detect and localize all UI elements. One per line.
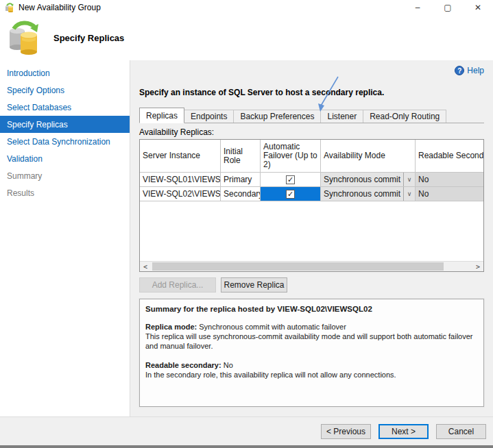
cancel-button[interactable]: Cancel xyxy=(436,424,486,439)
window-controls: – ▢ ✕ xyxy=(402,0,493,15)
replica-row-1: VIEW-SQL01\VIEWSQ... Primary ✓ Synchrono… xyxy=(140,173,483,187)
sidebar-item-results: Results xyxy=(0,184,130,201)
cell-server-instance[interactable]: VIEW-SQL01\VIEWSQ... xyxy=(140,173,221,186)
sidebar-item-select-databases[interactable]: Select Databases xyxy=(0,99,130,116)
replica-mode-label: Replica mode: xyxy=(145,323,197,331)
availability-mode-dropdown[interactable]: Synchronous commit ∨ xyxy=(321,173,415,186)
close-icon: ✕ xyxy=(474,3,481,12)
next-button[interactable]: Next > xyxy=(378,424,429,439)
replica-row-2: VIEW-SQL02\VIEWSQ... Secondary ✓ Synchro… xyxy=(140,187,483,201)
readable-secondary-description: In the secondary role, this availability… xyxy=(145,371,396,379)
replica-mode-summary: Replica mode: Synchronous commit with au… xyxy=(145,322,478,351)
cell-automatic-failover-selected[interactable]: ✓ xyxy=(261,187,321,201)
availability-replicas-grid: Server Instance Initial Role Automatic F… xyxy=(139,139,484,272)
tab-replicas[interactable]: Replicas xyxy=(139,108,184,123)
readable-secondary-label: Readable secondary: xyxy=(145,361,221,369)
annotation-arrow xyxy=(292,72,347,116)
column-header-availability-mode: Availability Mode xyxy=(321,140,416,172)
replica-mode-description: This replica will use synchronous-commit… xyxy=(145,332,473,350)
readable-secondary-value: No xyxy=(221,361,233,369)
scroll-right-icon[interactable]: > xyxy=(472,262,483,271)
cell-initial-role[interactable]: Primary xyxy=(221,173,261,186)
cell-automatic-failover[interactable]: ✓ xyxy=(261,173,321,186)
chevron-down-icon[interactable]: ∨ xyxy=(403,173,415,186)
cell-readable-secondary: No xyxy=(416,173,483,186)
replica-summary-panel: Summary for the replica hosted by VIEW-S… xyxy=(139,299,484,407)
wizard-footer: < Previous Next > Cancel xyxy=(0,416,493,445)
check-icon: ✓ xyxy=(287,176,293,184)
sidebar-item-select-data-synchronization[interactable]: Select Data Synchronization xyxy=(0,133,130,150)
readable-secondary-summary: Readable secondary: No In the secondary … xyxy=(145,360,478,379)
availability-group-icon xyxy=(5,3,14,12)
summary-title: Summary for the replica hosted by VIEW-S… xyxy=(145,304,478,314)
chevron-down-icon[interactable]: ∨ xyxy=(403,187,415,201)
cell-readable-secondary: No xyxy=(416,187,483,201)
scrollbar-track[interactable] xyxy=(151,262,472,271)
grid-header-row: Server Instance Initial Role Automatic F… xyxy=(140,140,483,173)
maximize-button[interactable]: ▢ xyxy=(433,0,463,15)
scroll-left-icon[interactable]: < xyxy=(140,262,151,271)
column-header-server-instance: Server Instance xyxy=(140,140,221,172)
help-link[interactable]: ? Help xyxy=(455,66,484,75)
cell-availability-mode[interactable]: Synchronous commit ∨ xyxy=(321,187,416,201)
remove-replica-button[interactable]: Remove Replica xyxy=(221,277,287,293)
minimize-button[interactable]: – xyxy=(402,0,433,15)
new-availability-group-window: New Availability Group – ▢ ✕ Specify Rep… xyxy=(0,0,493,448)
maximize-icon: ▢ xyxy=(444,3,451,12)
column-header-readable-secondary: Readable Secondary xyxy=(416,140,483,172)
cell-server-instance[interactable]: VIEW-SQL02\VIEWSQ... xyxy=(140,187,221,201)
cell-availability-mode[interactable]: Synchronous commit ∨ xyxy=(321,173,416,186)
sidebar-item-specify-options[interactable]: Specify Options xyxy=(0,82,130,99)
sidebar-item-introduction[interactable]: Introduction xyxy=(0,64,130,82)
replicas-database-icon xyxy=(7,20,41,55)
window-title: New Availability Group xyxy=(19,3,101,12)
steps-sidebar: Introduction Specify Options Select Data… xyxy=(0,60,130,416)
help-icon: ? xyxy=(455,66,464,75)
sidebar-item-specify-replicas[interactable]: Specify Replicas xyxy=(0,116,130,133)
availability-replicas-label: Availability Replicas: xyxy=(139,127,484,137)
page-title: Specify Replicas xyxy=(53,33,124,43)
main-panel: ? Help Specify an instance of SQL Server… xyxy=(130,60,493,416)
check-icon: ✓ xyxy=(287,190,293,198)
automatic-failover-checkbox[interactable]: ✓ xyxy=(286,175,295,184)
column-header-automatic-failover: Automatic Failover (Up to 2) xyxy=(261,140,321,172)
horizontal-scrollbar[interactable]: < > xyxy=(140,261,483,271)
tab-read-only-routing[interactable]: Read-Only Routing xyxy=(363,110,446,123)
help-label: Help xyxy=(467,66,484,75)
replica-buttons-row: Add Replica... Remove Replica xyxy=(139,277,484,293)
availability-mode-value: Synchronous commit xyxy=(321,173,403,186)
scrollbar-thumb[interactable] xyxy=(152,262,444,271)
availability-mode-value: Synchronous commit xyxy=(321,187,403,201)
cell-initial-role[interactable]: Secondary xyxy=(221,187,261,201)
minimize-icon: – xyxy=(416,3,420,12)
sidebar-item-validation[interactable]: Validation xyxy=(0,150,130,167)
tab-endpoints[interactable]: Endpoints xyxy=(184,110,234,123)
add-replica-button: Add Replica... xyxy=(139,277,216,293)
wizard-body: Introduction Specify Options Select Data… xyxy=(0,60,493,416)
automatic-failover-checkbox[interactable]: ✓ xyxy=(286,190,295,199)
column-header-initial-role: Initial Role xyxy=(221,140,261,172)
replica-mode-value: Synchronous commit with automatic failov… xyxy=(197,323,346,331)
availability-mode-dropdown[interactable]: Synchronous commit ∨ xyxy=(321,187,415,201)
previous-button[interactable]: < Previous xyxy=(321,424,371,439)
title-bar: New Availability Group – ▢ ✕ xyxy=(0,0,493,15)
wizard-header: Specify Replicas xyxy=(0,15,493,60)
close-button[interactable]: ✕ xyxy=(463,0,493,15)
sidebar-item-summary: Summary xyxy=(0,167,130,184)
